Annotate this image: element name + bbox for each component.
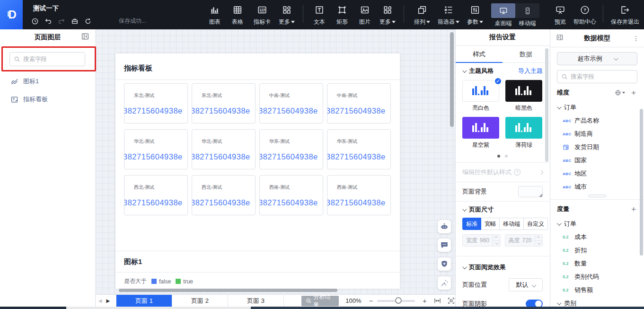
dimension-group-order[interactable]: 订单: [550, 101, 644, 114]
zoom-slider[interactable]: [377, 300, 415, 302]
layer-item-chart1[interactable]: 图标1: [0, 74, 95, 88]
indicator-card[interactable]: 中南-测试382715604938e: [327, 83, 391, 124]
fit-width-button[interactable]: [433, 297, 441, 305]
tool-more-charts[interactable]: 更多: [275, 3, 298, 26]
dimension-field[interactable]: ABC国家: [550, 154, 644, 167]
dimension-field[interactable]: ABC制造商: [550, 127, 644, 141]
globe-dropdown-icon[interactable]: [615, 89, 625, 96]
measure-group-category[interactable]: 类别: [550, 297, 644, 307]
tool-table[interactable]: 表格: [226, 3, 249, 26]
width-input[interactable]: 宽度 960: [462, 234, 501, 247]
indicator-card[interactable]: 华东-测试382715604938e: [259, 129, 323, 169]
step-up-icon[interactable]: [494, 236, 498, 239]
preview-button[interactable]: 预览: [549, 3, 572, 26]
tool-text[interactable]: 文本: [308, 3, 331, 26]
page-tab-3[interactable]: 页面 3: [228, 295, 284, 307]
dimension-field[interactable]: 发货日期: [550, 141, 644, 154]
zoom-in-button[interactable]: +: [422, 297, 428, 305]
page-position-select[interactable]: 默认: [509, 278, 543, 291]
data-model-scrollbar[interactable]: [640, 109, 643, 256]
indicator-card[interactable]: 西北-测试382715604938e: [124, 175, 188, 215]
desktop-mode-button[interactable]: 桌面端: [491, 3, 515, 27]
layer-item-indicator-board[interactable]: 指标看板: [0, 92, 95, 106]
page-tab-1[interactable]: 页面 1: [116, 295, 172, 307]
tab-data[interactable]: 数据: [503, 46, 549, 62]
tabs-scroll-left-icon[interactable]: ◀: [96, 298, 104, 303]
add-measure-button[interactable]: ＋: [630, 205, 637, 213]
theme-purple[interactable]: 星空紫: [462, 117, 499, 152]
legend-item-true[interactable]: true: [176, 278, 193, 285]
measure-field[interactable]: 0.2成本: [550, 230, 644, 244]
measure-group-order[interactable]: 订单: [550, 217, 644, 230]
shield-add-button[interactable]: [438, 257, 451, 271]
pagination-dot-active[interactable]: [497, 155, 500, 158]
analysis-result-button[interactable]: 分析结果: [301, 296, 339, 306]
import-theme-link[interactable]: 导入主题: [518, 67, 543, 75]
step-up-icon[interactable]: [537, 236, 540, 239]
page-background-swatch[interactable]: [518, 186, 543, 197]
ai-assistant-button[interactable]: [438, 220, 451, 233]
measure-field[interactable]: 0.2类别代码: [550, 270, 644, 283]
dimension-field[interactable]: ABC地区: [550, 167, 644, 180]
history-icon[interactable]: [31, 18, 39, 25]
tool-more-media[interactable]: 更多: [376, 3, 399, 26]
edit-default-style-row[interactable]: 编辑控件默认样式 ?: [456, 163, 549, 182]
field-search-input[interactable]: [571, 73, 627, 80]
page-shadow-toggle[interactable]: [526, 300, 543, 307]
add-dimension-button[interactable]: ＋: [630, 89, 637, 97]
kebab-menu-icon[interactable]: ⋮: [633, 35, 638, 42]
step-down-icon[interactable]: [495, 241, 498, 245]
step-down-icon[interactable]: [538, 241, 541, 245]
size-mode-custom[interactable]: 自定义: [524, 218, 548, 230]
magic-wand-button[interactable]: [438, 276, 451, 290]
indicator-card[interactable]: 东北-测试382715604938e: [124, 83, 188, 124]
height-stepper[interactable]: [535, 235, 542, 246]
height-input[interactable]: 高度 720: [505, 234, 543, 247]
resize-handle[interactable]: [588, 194, 606, 197]
measure-field[interactable]: 0.2销售额: [550, 283, 644, 297]
indicator-card[interactable]: 华东-测试382715604938e: [327, 129, 391, 169]
tool-filter[interactable]: 筛选器: [435, 3, 462, 26]
tool-indicator-card[interactable]: 123 指标卡: [249, 3, 275, 26]
legend-item-false[interactable]: false: [151, 278, 171, 285]
tool-image[interactable]: 图片: [353, 3, 376, 26]
size-mode-standard[interactable]: 标准: [462, 218, 481, 230]
measure-field[interactable]: 0.2数量: [550, 257, 644, 270]
dimension-field[interactable]: ABC产品名称: [550, 114, 644, 127]
theme-section-header[interactable]: 主题风格 导入主题: [456, 63, 549, 79]
design-canvas[interactable]: 指标看板 东北-测试382715604938e 东北-测试38271560493…: [96, 29, 455, 294]
settings-scrollbar[interactable]: [545, 48, 548, 162]
dimension-field[interactable]: ABC城市: [550, 180, 644, 194]
redo-icon[interactable]: [58, 18, 65, 25]
comment-button[interactable]: [438, 238, 451, 252]
tool-chart[interactable]: 图表: [203, 3, 226, 26]
tool-param[interactable]: 参数: [462, 3, 488, 26]
theme-light[interactable]: ✓ 亮白色: [462, 80, 499, 115]
view-effect-section-header[interactable]: 页面阅览效果: [456, 259, 549, 275]
width-stepper[interactable]: [493, 235, 500, 246]
theme-dark[interactable]: 暗黑色: [505, 80, 542, 115]
zoom-slider-knob[interactable]: [395, 297, 402, 304]
dashboard-sheet[interactable]: 指标看板 东北-测试382715604938e 东北-测试38271560493…: [115, 53, 400, 289]
theme-mint[interactable]: 薄荷绿: [505, 117, 542, 152]
undo-icon[interactable]: [44, 18, 52, 25]
mobile-mode-button[interactable]: 移动端: [515, 3, 539, 27]
refresh-icon[interactable]: [84, 18, 92, 25]
pagination-dot[interactable]: [505, 155, 508, 158]
indicator-card[interactable]: 西南-测试382715604938e: [259, 175, 323, 215]
indicator-card[interactable]: 西南-测试382715604938e: [327, 175, 391, 215]
tab-style[interactable]: 样式: [456, 46, 503, 62]
indicator-card[interactable]: 华北-测试382715604938e: [124, 129, 188, 169]
collapse-panel-icon[interactable]: [81, 32, 89, 42]
indicator-card[interactable]: 中南-测试382715604938e: [259, 83, 323, 124]
app-logo[interactable]: lD: [0, 0, 23, 29]
indicator-card[interactable]: 西北-测试382715604938e: [192, 175, 256, 215]
measure-field[interactable]: 0.2折扣: [550, 244, 644, 257]
tabs-scroll-right-icon[interactable]: ▶: [104, 298, 112, 303]
indicator-card[interactable]: 华北-测试382715604938e: [192, 129, 256, 169]
help-center-button[interactable]: ? 帮助中心: [572, 3, 598, 26]
page-size-section-header[interactable]: 页面尺寸: [456, 202, 549, 218]
canvas-vertical-scrollbar[interactable]: [450, 32, 454, 127]
layers-search-input[interactable]: [23, 56, 75, 62]
fit-screen-button[interactable]: [447, 297, 455, 305]
